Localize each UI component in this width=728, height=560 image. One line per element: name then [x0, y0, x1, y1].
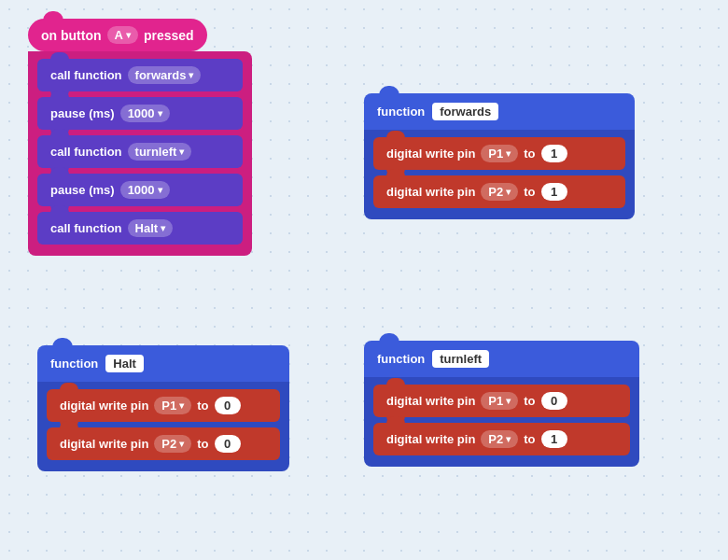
function-halt-hat-notch — [52, 338, 73, 347]
call-halt-label: call function — [50, 221, 122, 235]
function-forwards-header[interactable]: function forwards — [364, 93, 635, 130]
forwards-pin1-to: to — [524, 147, 535, 161]
halt-pin2-connector-top — [60, 421, 78, 428]
halt-dropdown[interactable]: Halt — [128, 219, 174, 237]
on-button-group: on button A pressed call function forwar… — [28, 19, 252, 256]
on-button-body: call function forwards pause (ms) 1000 c… — [28, 51, 252, 256]
turnleft-pin2-dropdown[interactable]: P2 — [481, 430, 518, 448]
forwards-pin1-block[interactable]: digital write pin P1 to 1 — [373, 137, 625, 170]
forwards-pin2-connector-top — [386, 169, 405, 176]
call-forwards-block[interactable]: call function forwards — [37, 59, 243, 91]
function-halt-body: digital write pin P1 to 0 digital write … — [37, 382, 289, 471]
halt-pin2-label: digital write pin — [60, 437, 148, 451]
turnleft-pin2-label: digital write pin — [386, 432, 475, 446]
turnleft-pin1-connector-top — [386, 378, 405, 385]
function-forwards-badge: forwards — [432, 103, 498, 120]
forwards-pin1-value: 1 — [541, 145, 567, 162]
pause2-connector-top — [50, 167, 69, 175]
forwards-pin2-to: to — [524, 185, 535, 199]
function-turnleft-body: digital write pin P1 to 0 digital write … — [364, 377, 639, 467]
turnleft-pin1-to: to — [524, 394, 535, 408]
halt-pin2-block[interactable]: digital write pin P2 to 0 — [47, 427, 280, 460]
on-button-hat-notch — [43, 11, 63, 21]
turnleft-pin2-to: to — [524, 432, 535, 446]
forwards-pin1-label: digital write pin — [386, 147, 475, 161]
halt-pin1-value: 0 — [215, 397, 241, 414]
halt-pin2-dropdown[interactable]: P2 — [154, 435, 191, 453]
function-turnleft-header[interactable]: function turnleft — [364, 341, 639, 377]
forwards-dropdown[interactable]: forwards — [128, 66, 202, 84]
halt-pin1-label: digital write pin — [60, 399, 148, 413]
pause1-connector-top — [50, 91, 69, 98]
pause1-block[interactable]: pause (ms) 1000 — [37, 97, 243, 130]
function-halt-group: function Halt digital write pin P1 to 0 … — [37, 345, 289, 471]
halt-pin1-block[interactable]: digital write pin P1 to 0 — [47, 389, 280, 422]
forwards-pin2-dropdown[interactable]: P2 — [481, 183, 518, 201]
function-halt-kw: function — [50, 357, 98, 371]
halt-pin2-value: 0 — [215, 435, 241, 453]
function-forwards-kw: function — [377, 105, 425, 119]
function-forwards-body: digital write pin P1 to 1 digital write … — [364, 130, 635, 219]
turnleft-dropdown[interactable]: turnleft — [128, 143, 192, 161]
turnleft-pin2-value: 1 — [541, 430, 567, 448]
on-button-label: on button — [41, 28, 102, 43]
call-turnleft-label: call function — [50, 145, 122, 159]
call-turnleft-block[interactable]: call function turnleft — [37, 135, 243, 168]
function-forwards-group: function forwards digital write pin P1 t… — [364, 93, 635, 219]
forwards-pin1-dropdown[interactable]: P1 — [481, 145, 518, 162]
turnleft-pin1-block[interactable]: digital write pin P1 to 0 — [373, 385, 630, 417]
function-turnleft-badge: turnleft — [432, 350, 489, 368]
pause2-label: pause (ms) — [50, 183, 115, 197]
forwards-pin1-connector-top — [386, 131, 405, 138]
on-button-hat[interactable]: on button A pressed — [28, 19, 207, 51]
call-forwards-connector-top — [50, 52, 69, 60]
halt-pin2-to: to — [197, 437, 208, 451]
pause2-block[interactable]: pause (ms) 1000 — [37, 174, 243, 206]
function-turnleft-hat-notch — [379, 333, 399, 343]
turnleft-pin1-label: digital write pin — [386, 394, 475, 408]
turnleft-pin2-connector-top — [386, 416, 405, 424]
call-forwards-label: call function — [50, 68, 122, 82]
pause2-value-dropdown[interactable]: 1000 — [120, 181, 170, 199]
halt-pin1-connector-top — [60, 383, 78, 390]
pause1-label: pause (ms) — [50, 106, 115, 120]
pressed-label: pressed — [144, 28, 194, 43]
function-turnleft-kw: function — [377, 352, 425, 366]
turnleft-pin1-value: 0 — [541, 392, 567, 410]
call-turnleft-connector-top — [50, 129, 69, 136]
forwards-pin2-block[interactable]: digital write pin P2 to 1 — [373, 175, 625, 208]
pause1-value-dropdown[interactable]: 1000 — [120, 105, 170, 122]
halt-pin1-dropdown[interactable]: P1 — [154, 397, 191, 414]
button-a-dropdown[interactable]: A — [107, 26, 138, 44]
call-halt-block[interactable]: call function Halt — [37, 212, 243, 245]
call-halt-connector-top — [50, 205, 69, 213]
turnleft-pin2-block[interactable]: digital write pin P2 to 1 — [373, 423, 630, 455]
function-turnleft-group: function turnleft digital write pin P1 t… — [364, 341, 639, 467]
function-halt-badge: Halt — [105, 355, 144, 372]
halt-pin1-to: to — [197, 399, 208, 413]
forwards-pin2-label: digital write pin — [386, 185, 475, 199]
function-forwards-hat-notch — [379, 86, 399, 95]
forwards-pin2-value: 1 — [541, 183, 567, 201]
turnleft-pin1-dropdown[interactable]: P1 — [481, 392, 518, 410]
function-halt-header[interactable]: function Halt — [37, 345, 289, 382]
